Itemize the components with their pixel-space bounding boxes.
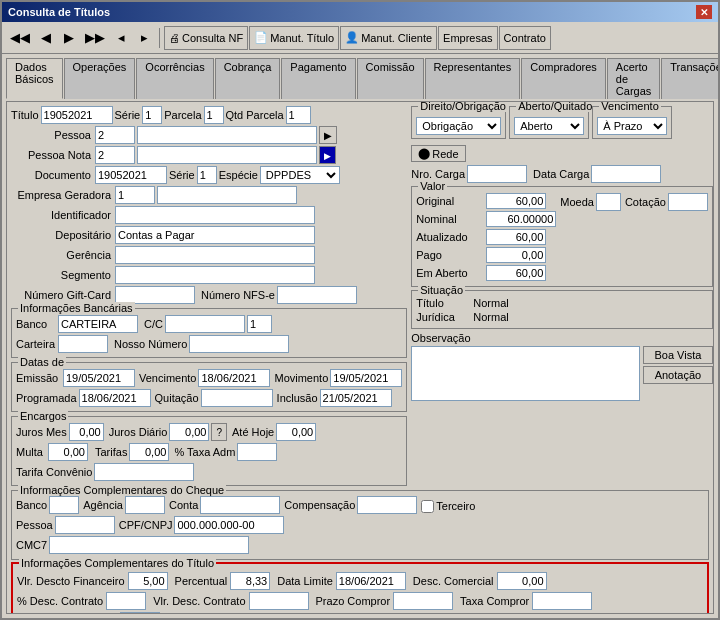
documento-input[interactable] [95,166,167,184]
inclusao-input[interactable] [320,389,392,407]
identificador-input[interactable] [115,206,315,224]
tab-pagamento[interactable]: Pagamento [281,58,355,99]
pessoa-name-input[interactable] [137,126,317,144]
tab-transacoes[interactable]: Transações [661,58,718,99]
direito-select[interactable]: Obrigação [416,117,501,135]
tab-ocorrencias[interactable]: Ocorrências [136,58,213,99]
cmc7-input[interactable] [49,536,249,554]
documento-label: Documento [11,169,91,181]
desc-comercial-input[interactable] [497,572,547,590]
cheque-banco-input[interactable] [49,496,79,514]
data-carga-input[interactable] [591,165,661,183]
aberto-select[interactable]: Aberto [514,117,584,135]
nominal-input[interactable] [486,211,556,227]
tab-comissao[interactable]: Comissão [357,58,424,99]
cc-input[interactable] [165,315,245,333]
multa-input[interactable] [48,443,88,461]
datas-row2: Programada Quitação Inclusão [16,389,402,407]
boa-vista-button[interactable]: Boa Vista [643,346,713,364]
data-limite-input[interactable] [336,572,406,590]
manut-titulo-button[interactable]: 📄 Manut. Título [249,26,339,50]
programada-input[interactable] [79,389,151,407]
terceiro-checkbox[interactable] [421,500,434,513]
toolbar-nav-next[interactable]: ▶ [58,26,80,50]
juros-diario-input[interactable] [169,423,209,441]
taxa-compror-input[interactable] [532,592,592,610]
gerencia-input[interactable] [115,246,315,264]
juros-mes-input[interactable] [69,423,104,441]
tarifa-convenio-input[interactable] [94,463,194,481]
cheque-banco-row: Banco [16,496,79,514]
numero-nfse-input[interactable] [277,286,357,304]
qtd-parcela-input[interactable] [286,106,311,124]
especie-select[interactable]: DPPDES [260,166,340,184]
segmento-input[interactable] [115,266,315,284]
carteira-input[interactable] [58,335,108,353]
contrato-button[interactable]: Contrato [499,26,551,50]
empresas-button[interactable]: Empresas [438,26,498,50]
moeda-input[interactable] [596,193,621,211]
prazo-compror-input[interactable] [393,592,453,610]
juros-help-button[interactable]: ? [211,423,227,441]
titulo-input[interactable] [41,106,113,124]
vencimento-select[interactable]: À Prazo [597,117,667,135]
tab-dados-basicos[interactable]: Dados Básicos [6,58,63,99]
movimento-input[interactable] [330,369,402,387]
tab-cobranca[interactable]: Cobrança [215,58,281,99]
pago-input[interactable] [486,247,546,263]
cheque-compensacao-input[interactable] [357,496,417,514]
tarifas-input[interactable] [129,443,169,461]
consulta-nf-button[interactable]: 🖨 Consulta NF [164,26,248,50]
cheque-conta-input[interactable] [200,496,280,514]
taxa-adm-input[interactable] [237,443,277,461]
percentual-input[interactable] [230,572,270,590]
pessoa-nota-browse-button[interactable]: ▶ [319,146,336,164]
toolbar-nav-first[interactable]: ◀◀ [6,26,34,50]
pessoa-input[interactable] [95,126,135,144]
depositario-input[interactable] [115,226,315,244]
toolbar-nav-last[interactable]: ▶▶ [81,26,109,50]
banco-input[interactable] [58,315,138,333]
cheque-agencia-input[interactable] [125,496,165,514]
pessoa-nota-input[interactable] [95,146,135,164]
vlr-desc-contrato-input[interactable] [249,592,309,610]
nro-carga-input[interactable] [467,165,527,183]
cheque-cpf-input[interactable] [174,516,284,534]
perc-desc-input[interactable] [106,592,146,610]
cc-num-input[interactable] [247,315,272,333]
bancarias-section: Informações Bancárias Banco C/C Carteira… [11,308,407,358]
tab-representantes[interactable]: Representantes [425,58,521,99]
em-aberto-input[interactable] [486,265,546,281]
ate-hoje-input[interactable] [276,423,316,441]
pessoa-nota-name-input[interactable] [137,146,317,164]
inclusao-label: Inclusão [277,392,318,404]
vencimento-input[interactable] [198,369,270,387]
parcela-input[interactable] [204,106,224,124]
toolbar-nav-prev2[interactable]: ◂ [110,26,132,50]
observacao-textarea[interactable] [411,346,640,401]
empresa-geradora-name-input[interactable] [157,186,297,204]
vlr-descto-input[interactable] [128,572,168,590]
tab-operacoes[interactable]: Operações [64,58,136,99]
atualizado-input[interactable] [486,229,546,245]
doc-serie-input[interactable] [197,166,217,184]
rede-button[interactable]: ⬤ Rede [411,145,465,162]
quitacao-input[interactable] [201,389,273,407]
cotacao-input[interactable] [668,193,708,211]
nosso-numero-input[interactable] [189,335,289,353]
desconto-detalhado-input[interactable] [120,612,160,614]
emissao-input[interactable] [63,369,135,387]
toolbar-nav-next2[interactable]: ▸ [133,26,155,50]
anotacao-button[interactable]: Anotação [643,366,713,384]
tab-compradores[interactable]: Compradores [521,58,606,99]
empresa-geradora-input[interactable] [115,186,155,204]
serie-input[interactable] [142,106,162,124]
cheque-pessoa-input[interactable] [55,516,115,534]
original-input[interactable] [486,193,546,209]
toolbar-nav-prev[interactable]: ◀ [35,26,57,50]
tab-acerto-cargas[interactable]: Acerto de Cargas [607,58,660,99]
manut-cliente-button[interactable]: 👤 Manut. Cliente [340,26,437,50]
close-button[interactable]: ✕ [696,5,712,19]
desconto-detail-button[interactable] [163,613,179,614]
pessoa-browse-button[interactable]: ▶ [319,126,337,144]
